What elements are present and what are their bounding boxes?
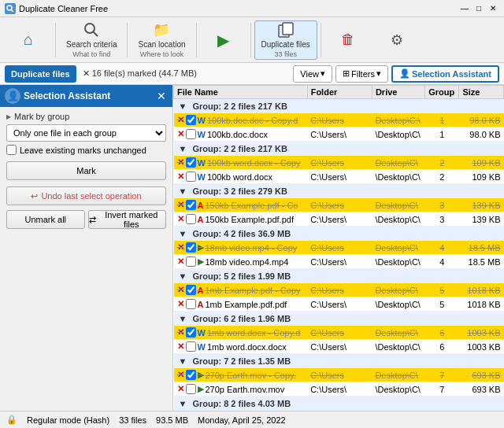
row-x-icon[interactable]: ✕ xyxy=(177,129,184,139)
table-row[interactable]: ✕ W 1mb word.docx - Copy.d C:\Users Desk… xyxy=(174,326,504,340)
file-folder: C:\Users xyxy=(307,241,372,255)
toolbar-delete-button[interactable]: 🗑 xyxy=(324,20,372,60)
panel-header: 👤 Selection Assistant ✕ xyxy=(0,85,172,107)
group-expand-icon[interactable]: ▼ xyxy=(179,314,187,323)
file-group: 2 xyxy=(425,156,459,170)
group-expand-icon[interactable]: ▼ xyxy=(179,356,187,366)
file-folder: C:\Users\ xyxy=(307,297,372,312)
mark-button[interactable]: Mark xyxy=(6,161,166,180)
maximize-button[interactable]: □ xyxy=(472,2,485,15)
table-row[interactable]: ✕ A 150kb Example.pdf - Co C:\Users Desk… xyxy=(174,198,504,212)
window-controls[interactable]: — □ ✕ xyxy=(458,2,499,15)
row-x-icon[interactable]: ✕ xyxy=(177,341,184,352)
toolbar-play-button[interactable]: ▶ xyxy=(200,20,247,60)
view-chevron-icon: ▾ xyxy=(321,68,325,79)
row-checkbox[interactable] xyxy=(186,242,196,253)
unmark-all-button[interactable]: Unmark all xyxy=(6,210,85,229)
file-folder: C:\Users xyxy=(307,326,372,340)
file-table: File Name Folder Drive Group Size ▼ Grou… xyxy=(173,85,504,411)
col-header-name: File Name xyxy=(174,86,308,99)
row-checkbox[interactable] xyxy=(186,256,196,267)
group-expand-icon[interactable]: ▼ xyxy=(179,229,187,238)
row-checkbox[interactable] xyxy=(186,384,196,394)
table-row[interactable]: ✕ A 1mb Example.pdf - Copy C:\Users Desk… xyxy=(174,283,504,297)
row-checkbox[interactable] xyxy=(186,327,196,338)
main-toolbar: ⌂ Search criteria What to find 📁 Scan lo… xyxy=(0,17,504,63)
file-name: 100kb word.docx xyxy=(207,172,272,182)
row-x-icon[interactable]: ✕ xyxy=(177,214,184,224)
table-row[interactable]: ✕ ▶ 270p Earth.mov - Copy. C:\Users Desk… xyxy=(174,368,504,382)
status-files: 33 files xyxy=(119,415,146,425)
row-x-icon[interactable]: ✕ xyxy=(177,172,184,182)
group-row: ▼ Group: 7 2 files 1.35 MB xyxy=(174,354,504,368)
row-checkbox[interactable] xyxy=(186,157,196,168)
table-row[interactable]: ✕ ▶ 18mb video.mp4.mp4 C:\Users\ \Deskto… xyxy=(174,255,504,269)
file-list-container[interactable]: File Name Folder Drive Group Size ▼ Grou… xyxy=(173,85,504,411)
mark-group-select[interactable]: Only one file in each group xyxy=(6,124,166,142)
view-button[interactable]: View ▾ xyxy=(293,65,332,83)
file-drive: \Desktop\C\ xyxy=(372,340,424,354)
leave-existing-checkbox[interactable] xyxy=(6,145,17,155)
table-row[interactable]: ✕ W 1mb word.docx.docx C:\Users\ \Deskto… xyxy=(174,340,504,354)
row-x-icon[interactable]: ✕ xyxy=(177,370,184,380)
toolbar-scan-button[interactable]: 📁 Scan location Where to look xyxy=(131,20,192,60)
row-checkbox[interactable] xyxy=(186,214,196,224)
group-expand-icon[interactable]: ▼ xyxy=(179,101,187,111)
file-name: 1mb word.docx - Copy.d xyxy=(207,328,300,338)
table-row[interactable]: ✕ ♪ 2mb Audio.mp3 - Copy.. C:\Users Desk… xyxy=(174,411,504,411)
table-row[interactable]: ✕ W 100kb word.docx C:\Users\ \Desktop\C… xyxy=(174,170,504,184)
table-row[interactable]: ✕ ▶ 18mb video.mp4 - Copy C:\Users Deskt… xyxy=(174,241,504,255)
play-icon: ▶ xyxy=(214,31,233,50)
row-x-icon[interactable]: ✕ xyxy=(177,299,184,309)
dup-files-tab-button[interactable]: Duplicate files xyxy=(5,65,76,83)
row-checkbox[interactable] xyxy=(186,285,196,295)
row-checkbox[interactable] xyxy=(186,370,196,380)
file-folder: C:\Users xyxy=(307,368,372,382)
toolbar-duplicate-button[interactable]: Duplicate files 33 files xyxy=(254,20,317,60)
group-expand-icon[interactable]: ▼ xyxy=(179,271,187,281)
close-button[interactable]: ✕ xyxy=(487,2,499,15)
row-x-icon[interactable]: ✕ xyxy=(177,115,184,125)
toolbar-home-button[interactable]: ⌂ xyxy=(5,20,52,60)
file-name: 100kb.doc.docx xyxy=(207,130,268,139)
row-checkbox[interactable] xyxy=(186,341,196,352)
row-checkbox[interactable] xyxy=(186,115,196,125)
undo-button[interactable]: ↩ Undo last select operation xyxy=(6,186,166,205)
row-x-icon[interactable]: ✕ xyxy=(177,327,184,338)
row-x-icon[interactable]: ✕ xyxy=(177,256,184,267)
row-x-icon[interactable]: ✕ xyxy=(177,157,184,168)
svg-line-1 xyxy=(12,9,14,12)
file-group: 6 xyxy=(425,326,459,340)
row-checkbox[interactable] xyxy=(186,129,196,139)
file-size: 109 KB xyxy=(459,156,504,170)
file-size: 1003 KB xyxy=(459,340,504,354)
file-folder: C:\Users\ xyxy=(307,340,372,354)
row-checkbox[interactable] xyxy=(186,299,196,309)
table-row[interactable]: ✕ A 1mb Example.pdf.pdf C:\Users\ \Deskt… xyxy=(174,297,504,312)
row-x-icon[interactable]: ✕ xyxy=(177,242,184,253)
group-expand-icon[interactable]: ▼ xyxy=(179,144,187,153)
filters-button[interactable]: ⊞ Filters ▾ xyxy=(335,65,388,83)
row-checkbox[interactable] xyxy=(186,172,196,182)
file-size: 109 KB xyxy=(459,170,504,184)
toolbar-search-button[interactable]: Search criteria What to find xyxy=(59,20,124,60)
minimize-button[interactable]: — xyxy=(458,2,471,15)
table-row[interactable]: ✕ A 150kb Example.pdf.pdf C:\Users\ \Des… xyxy=(174,212,504,227)
invert-button[interactable]: ⇄ Invert marked files xyxy=(88,210,167,229)
row-x-icon[interactable]: ✕ xyxy=(177,200,184,210)
row-checkbox[interactable] xyxy=(186,200,196,210)
selection-assistant-button[interactable]: 👤 Selection Assistant xyxy=(391,65,499,83)
table-row[interactable]: ✕ W 100kb.doc.doc - Copy.d C:\Users Desk… xyxy=(174,113,504,127)
table-row[interactable]: ✕ W 100kb word.docx - Copy C:\Users Desk… xyxy=(174,156,504,170)
view-label: View xyxy=(300,69,319,79)
table-row[interactable]: ✕ ▶ 270p Earth.mov.mov C:\Users\ \Deskto… xyxy=(174,382,504,397)
table-row[interactable]: ✕ W 100kb.doc.docx C:\Users\ \Desktop\C\… xyxy=(174,127,504,142)
group-expand-icon[interactable]: ▼ xyxy=(179,186,187,196)
toolbar-divider-2 xyxy=(127,23,128,57)
file-size: 1018 KB xyxy=(459,297,504,312)
row-x-icon[interactable]: ✕ xyxy=(177,285,184,295)
group-expand-icon[interactable]: ▼ xyxy=(179,399,187,408)
panel-close-button[interactable]: ✕ xyxy=(155,90,168,102)
toolbar-settings-button[interactable]: ⚙ xyxy=(373,20,421,60)
row-x-icon[interactable]: ✕ xyxy=(177,384,184,394)
